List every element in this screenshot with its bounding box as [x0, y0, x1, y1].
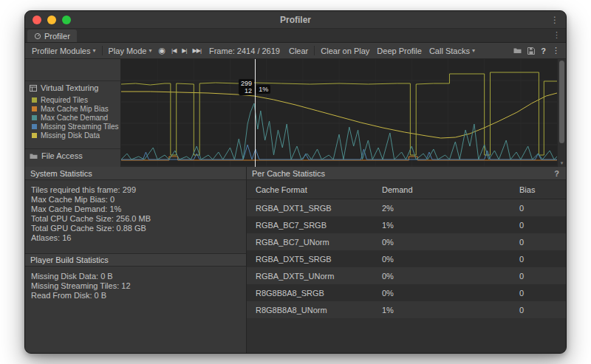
vt-legend: Required TilesMax Cache Mip BiasMax Cach…: [25, 95, 120, 140]
module-sidebar: Virtual Texturing Required TilesMax Cach…: [25, 59, 121, 167]
chart-scrollbar[interactable]: ▾: [557, 59, 566, 167]
demand-cell: 1%: [382, 221, 519, 230]
cache-table-body: RGBA_DXT1_SRGB2%0RGBA_BC7_SRGB1%0RGBA_BC…: [247, 199, 566, 318]
column-demand: Demand: [382, 185, 519, 194]
titlebar[interactable]: Profiler ⋮: [25, 11, 566, 29]
playhead-missing-streaming: 12: [241, 87, 252, 95]
playhead-demand: 1%: [256, 85, 270, 94]
cache-format-cell: RGBA_DXT5_SRGB: [247, 255, 382, 264]
column-bias: Bias: [519, 185, 566, 194]
tab-bar: Profiler ⋮: [25, 29, 566, 43]
module-title: File Access: [41, 151, 83, 160]
table-row[interactable]: RGBA_DXT5_SRGB0%0: [247, 250, 566, 267]
stat-line: Max Cache Mip Bias: 0: [31, 195, 240, 205]
bias-cell: 0: [519, 221, 566, 230]
table-row[interactable]: RGBA_BC7_SRGB1%0: [247, 216, 566, 233]
help-icon[interactable]: ?: [538, 43, 549, 58]
call-stacks-dropdown[interactable]: Call Stacks▾: [426, 43, 479, 58]
legend-swatch-icon: [32, 97, 37, 103]
module-cell-previous: [25, 59, 120, 81]
bias-cell: 0: [519, 289, 566, 298]
stat-line: Read From Disk: 0 B: [31, 291, 240, 301]
cache-table-header: Cache Format Demand Bias: [247, 180, 566, 199]
cache-format-cell: R8G8B8A8_UNorm: [247, 306, 382, 315]
table-row[interactable]: R8G8B8A8_UNorm1%0: [247, 301, 566, 318]
module-header-file-access[interactable]: File Access: [25, 149, 120, 162]
stat-line: Total CPU Cache Size: 256.0 MB: [31, 214, 240, 224]
current-frame-icon: ▶▶|: [193, 47, 201, 54]
clear-on-play-toggle[interactable]: Clear on Play: [317, 43, 373, 58]
fullscreen-button[interactable]: [62, 16, 71, 24]
legend-swatch-icon: [32, 106, 37, 111]
record-button[interactable]: ◉: [156, 43, 169, 58]
profiler-modules-dropdown[interactable]: Profiler Modules▾: [28, 43, 100, 58]
module-cell-virtual-texturing: Virtual Texturing Required TilesMax Cach…: [25, 81, 120, 149]
demand-cell: 0%: [382, 289, 519, 298]
profiler-toolbar: Profiler Modules▾ Play Mode▾ ◉ |◀ ▶| ▶▶|…: [25, 43, 566, 59]
prev-frame-button[interactable]: |◀: [168, 43, 179, 58]
legend-item[interactable]: Missing Streaming Tiles: [32, 122, 120, 131]
toolbar-menu-icon[interactable]: ⋮: [549, 43, 563, 58]
clear-button[interactable]: Clear: [285, 43, 312, 58]
cache-format-cell: RGBA_DXT1_SRGB: [247, 204, 382, 213]
system-statistics-body: Tiles required this frame: 299Max Cache …: [25, 180, 246, 253]
scrollbar-down-icon[interactable]: ▾: [558, 160, 566, 166]
chevron-down-icon: ▾: [472, 47, 475, 54]
toolbar-separator: [102, 46, 103, 55]
module-title: Virtual Texturing: [41, 83, 98, 92]
cache-format-cell: RGBA_DXT5_UNorm: [247, 272, 382, 281]
window-menu-icon[interactable]: ⋮: [550, 11, 559, 29]
playhead-line: [255, 59, 256, 167]
save-profile-button[interactable]: [525, 43, 538, 58]
cache-format-cell: RGBA_BC7_UNorm: [247, 238, 382, 247]
profiler-window: Profiler ⋮ Profiler ⋮ Profiler Modules▾ …: [24, 10, 567, 354]
legend-swatch-icon: [32, 115, 37, 120]
bias-cell: 0: [519, 204, 566, 213]
table-row[interactable]: RGBA_DXT5_UNorm0%0: [247, 267, 566, 284]
bias-cell: 0: [519, 238, 566, 247]
bias-cell: 0: [519, 272, 566, 281]
player-build-statistics-body: Missing Disk Data: 0 BMissing Streaming …: [25, 267, 246, 306]
frame-counter: Frame: 2414 / 2619: [204, 47, 285, 55]
chevron-down-icon: ▾: [148, 47, 151, 54]
per-cache-statistics-header: Per Cache Statistics ?: [247, 167, 566, 180]
module-header-virtual-texturing[interactable]: Virtual Texturing: [25, 81, 120, 94]
legend-item[interactable]: Max Cache Demand: [32, 113, 120, 122]
close-button[interactable]: [33, 16, 41, 24]
legend-item[interactable]: Required Tiles: [32, 95, 120, 104]
stat-line: Max Cache Demand: 1%: [31, 205, 240, 214]
load-profile-button[interactable]: [510, 43, 525, 58]
save-icon: [527, 47, 535, 55]
window-title: Profiler: [25, 11, 566, 29]
table-row[interactable]: R8G8B8A8_SRGB0%0: [247, 284, 566, 301]
current-frame-button[interactable]: ▶▶|: [190, 43, 204, 58]
record-icon: ◉: [159, 46, 166, 55]
next-frame-icon: ▶|: [182, 47, 186, 54]
player-build-statistics-header: Player Build Statistics: [25, 253, 246, 267]
traffic-lights: [33, 16, 71, 24]
legend-label: Missing Disk Data: [41, 131, 100, 140]
tab-profiler[interactable]: Profiler: [27, 30, 77, 42]
deep-profile-toggle[interactable]: Deep Profile: [373, 43, 426, 58]
playhead-required-tiles: 299: [241, 80, 252, 87]
scrollbar-thumb[interactable]: [559, 61, 564, 143]
next-frame-button[interactable]: ▶|: [179, 43, 189, 58]
chevron-down-icon: ▾: [92, 47, 95, 54]
legend-item[interactable]: Max Cache Mip Bias: [32, 104, 120, 113]
tab-label: Profiler: [44, 32, 70, 41]
table-row[interactable]: RGBA_DXT1_SRGB2%0: [247, 199, 566, 216]
module-cell-file-access: File Access: [25, 149, 120, 167]
legend-item[interactable]: Missing Disk Data: [32, 131, 120, 140]
details-area: System Statistics Tiles required this fr…: [25, 167, 566, 353]
per-cache-help-icon[interactable]: ?: [553, 169, 561, 178]
tab-menu-icon[interactable]: ⋮: [547, 28, 566, 42]
play-mode-dropdown[interactable]: Play Mode▾: [105, 43, 156, 58]
legend-label: Max Cache Demand: [41, 114, 108, 122]
minimize-button[interactable]: [47, 16, 56, 24]
system-statistics-panel: System Statistics Tiles required this fr…: [25, 167, 247, 353]
demand-cell: 1%: [382, 306, 519, 315]
cache-format-cell: R8G8B8A8_SRGB: [247, 289, 382, 298]
profiler-chart[interactable]: 299 12 1%: [121, 59, 557, 167]
table-row[interactable]: RGBA_BC7_UNorm0%0: [247, 233, 566, 250]
legend-swatch-icon: [32, 133, 37, 138]
